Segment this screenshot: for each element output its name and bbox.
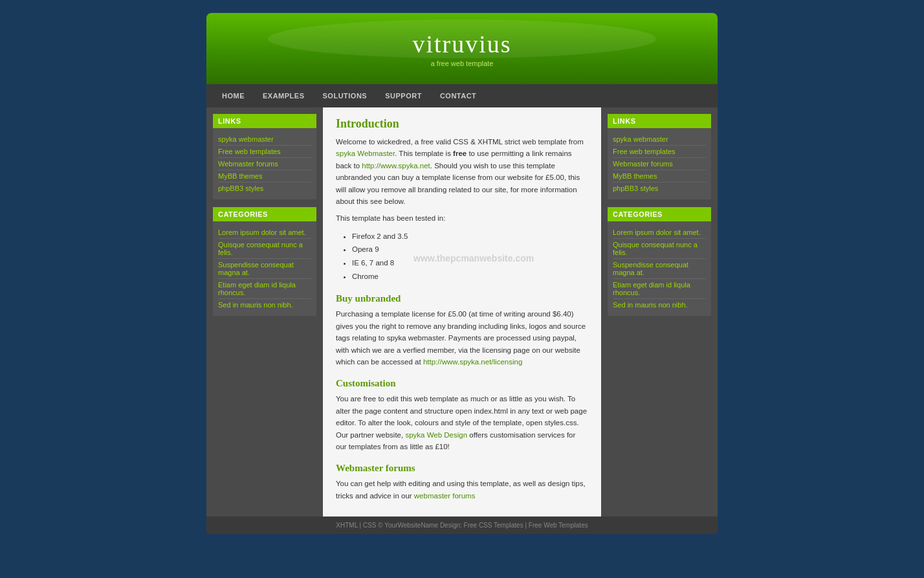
left-link-4[interactable]: MyBB themes — [218, 170, 311, 183]
left-cat-5[interactable]: Sed in mauris non nibh. — [218, 299, 311, 311]
spyka-link-2[interactable]: http://www.spyka.net — [362, 162, 430, 170]
left-categories-title: CATEGORIES — [213, 207, 316, 221]
tested-label: This template has been tested in: — [336, 212, 588, 224]
site-subtitle: a free web template — [431, 60, 494, 67]
left-cat-1[interactable]: Lorem ipsum dolor sit amet. — [218, 227, 311, 239]
list-item: Firefox 2 and 3.5 — [352, 230, 588, 243]
right-link-5[interactable]: phpBB3 styles — [613, 183, 706, 194]
nav-solutions[interactable]: SOLUTIONS — [314, 84, 377, 107]
forums-link[interactable]: webmaster forums — [414, 492, 476, 500]
main-nav: HOME EXAMPLES SOLUTIONS SUPPORT CONTACT — [206, 84, 718, 107]
intro-heading: Introduction — [336, 117, 588, 131]
right-cat-1[interactable]: Lorem ipsum dolor sit amet. — [613, 227, 706, 239]
right-link-1[interactable]: spyka webmaster — [613, 133, 706, 146]
tested-list: Firefox 2 and 3.5 Opera 9 IE 6, 7 and 8 … — [352, 230, 588, 283]
custom-paragraph: You are free to edit this web template a… — [336, 393, 588, 452]
content-area: LINKS spyka webmaster Free web templates… — [206, 107, 718, 517]
right-links-box: LINKS spyka webmaster Free web templates… — [608, 114, 711, 199]
custom-heading: Customisation — [336, 378, 588, 389]
right-cat-4[interactable]: Etiam eget diam id liqula rhoncus. — [613, 279, 706, 299]
site-header: vitruvius a free web template — [206, 13, 718, 84]
right-categories-title: CATEGORIES — [608, 207, 711, 221]
list-item: Opera 9 — [352, 243, 588, 256]
nav-examples[interactable]: EXAMPLES — [254, 84, 314, 107]
left-link-2[interactable]: Free web templates — [218, 146, 311, 158]
spyka-link-1[interactable]: spyka Webmaster — [336, 150, 395, 157]
right-cat-3[interactable]: Suspendisse consequat magna at. — [613, 259, 706, 279]
right-links-title: LINKS — [608, 114, 711, 128]
right-categories-box: CATEGORIES Lorem ipsum dolor sit amet. Q… — [608, 207, 711, 316]
left-link-3[interactable]: Webmaster forums — [218, 158, 311, 170]
right-categories-content: Lorem ipsum dolor sit amet. Quisque cons… — [608, 221, 711, 316]
buy-heading: Buy unbranded — [336, 293, 588, 304]
nav-home[interactable]: HOME — [213, 84, 254, 107]
right-cat-5[interactable]: Sed in mauris non nibh. — [613, 299, 706, 311]
left-cat-4[interactable]: Etiam eget diam id liqula rhoncus. — [218, 279, 311, 299]
right-link-2[interactable]: Free web templates — [613, 146, 706, 158]
left-link-5[interactable]: phpBB3 styles — [218, 183, 311, 194]
left-categories-content: Lorem ipsum dolor sit amet. Quisque cons… — [213, 221, 316, 316]
left-sidebar: LINKS spyka webmaster Free web templates… — [206, 107, 323, 517]
site-footer: XHTML | CSS © YourWebsiteName Design: Fr… — [206, 517, 718, 534]
intro-paragraph: Welcome to wickedred, a free valid CSS &… — [336, 136, 588, 207]
spyka-design-link[interactable]: spyka Web Design — [405, 431, 467, 439]
right-link-3[interactable]: Webmaster forums — [613, 158, 706, 170]
nav-support[interactable]: SUPPORT — [376, 84, 431, 107]
right-links-content: spyka webmaster Free web templates Webma… — [608, 128, 711, 199]
list-item: Chrome — [352, 270, 588, 283]
forums-paragraph: You can get help with editing and using … — [336, 478, 588, 502]
footer-text: XHTML | CSS © YourWebsiteName Design: Fr… — [336, 522, 588, 529]
left-links-box: LINKS spyka webmaster Free web templates… — [213, 114, 316, 199]
left-links-title: LINKS — [213, 114, 316, 128]
right-link-4[interactable]: MyBB themes — [613, 170, 706, 183]
buy-paragraph: Purchasing a template license for £5.00 … — [336, 308, 588, 368]
licensing-link[interactable]: http://www.spyka.net/licensing — [423, 358, 522, 366]
nav-contact[interactable]: CONTACT — [431, 84, 485, 107]
right-cat-2[interactable]: Quisque consequat nunc a felis. — [613, 239, 706, 259]
left-cat-3[interactable]: Suspendisse consequat magna at. — [218, 259, 311, 279]
left-links-content: spyka webmaster Free web templates Webma… — [213, 128, 316, 199]
list-item: IE 6, 7 and 8 — [352, 256, 588, 270]
right-sidebar: LINKS spyka webmaster Free web templates… — [601, 107, 718, 517]
left-categories-box: CATEGORIES Lorem ipsum dolor sit amet. Q… — [213, 207, 316, 316]
main-content: www.thepcmanwebsite.com Introduction Wel… — [323, 107, 601, 517]
forums-heading: Webmaster forums — [336, 463, 588, 474]
left-cat-2[interactable]: Quisque consequat nunc a felis. — [218, 239, 311, 259]
left-link-1[interactable]: spyka webmaster — [218, 133, 311, 146]
site-title: vitruvius — [412, 30, 511, 58]
